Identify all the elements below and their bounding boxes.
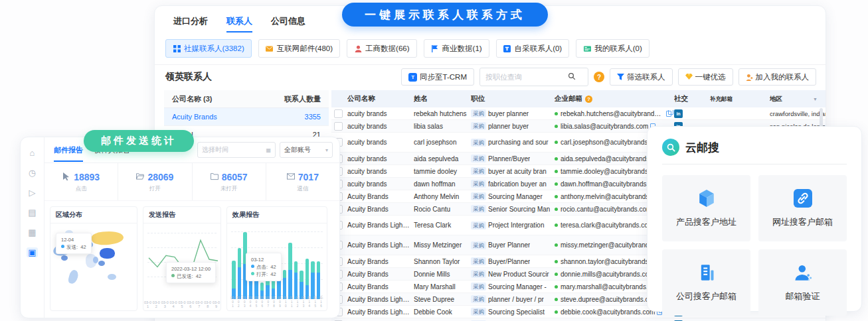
chip-social-media-contacts[interactable]: 社媒联系人(3382) <box>165 39 252 58</box>
tile-company-search-email[interactable]: 公司搜客户邮箱 <box>662 249 750 316</box>
name-cell: Donnie Mills <box>414 271 471 278</box>
position-tag: 采购 <box>471 155 486 162</box>
bar-open-segment <box>311 261 315 273</box>
x-axis-labels: 03-0 103-0 203-0 303-0 403-0 503-0 603-0… <box>143 300 220 308</box>
name-cell: Teresa Clark <box>414 222 471 229</box>
calendar-icon: ▦ <box>266 147 271 153</box>
x-tick: 03-0 6 <box>186 300 195 308</box>
chip-my-contacts[interactable]: 我的联系人(0) <box>576 39 650 58</box>
clock-icon[interactable]: ◷ <box>29 168 36 178</box>
column-filter-icon[interactable]: ▼ <box>813 97 818 101</box>
stat-label: 打开 <box>149 185 161 193</box>
tab-mail-report[interactable]: 邮件报告 <box>54 139 83 162</box>
stat-value: 86057 <box>222 172 248 182</box>
bar-click-segment <box>238 267 242 299</box>
date-range-input[interactable]: 选择时间 ▦ <box>197 142 276 158</box>
calendar-icon[interactable]: ▣ <box>27 247 37 257</box>
tab-import-analysis[interactable]: 进口分析 <box>173 15 208 32</box>
company-row[interactable]: Acuity Brands3355 <box>164 108 329 126</box>
tile-url-search-email[interactable]: 网址搜客户邮箱 <box>758 175 847 241</box>
col-header-label: 企业邮箱 <box>555 94 582 103</box>
chip-self-collected-contacts[interactable]: 自采联系人(0) <box>496 39 570 58</box>
tile-label: 公司搜客户邮箱 <box>676 290 737 302</box>
section-title: 领英联系人 <box>165 71 212 83</box>
position-tag: 采购 <box>471 180 486 188</box>
linkedin-icon[interactable]: in <box>674 109 683 118</box>
email-text: donnie.mills@acuitybrands.com <box>561 271 654 278</box>
copy-icon[interactable] <box>666 111 671 117</box>
row-checkbox[interactable] <box>334 122 343 131</box>
name-cell: Debbie Cook <box>414 308 471 316</box>
col-header: 补充邮箱 <box>710 96 770 103</box>
tab-contacts[interactable]: 联系人 <box>226 15 252 32</box>
search-input[interactable] <box>484 72 568 82</box>
name-cell: Steve Dupree <box>414 296 471 303</box>
x-tick: 03-1 1 <box>289 296 295 308</box>
region-distribution-chart: 区域分布 12-04发送: 42 <box>50 206 137 311</box>
gallery-icon[interactable]: ▦ <box>28 227 36 237</box>
x-tick: 03-0 8 <box>271 296 277 308</box>
send-icon[interactable]: ▷ <box>29 188 36 198</box>
col-header-label: 补充邮箱 <box>710 96 733 102</box>
x-tick: 03-0 3 <box>242 296 248 308</box>
person-add-icon <box>746 74 753 81</box>
briefcase-icon[interactable]: ▤ <box>28 208 36 218</box>
title-cell: 采购New Product Sourcir <box>471 270 555 278</box>
home-icon[interactable]: ⌂ <box>30 148 35 158</box>
account-select[interactable]: 全部账号 ▾ <box>280 142 333 158</box>
title-cell: 采购Sourcing Manager <box>471 192 555 200</box>
position-tag: 采购 <box>471 270 486 278</box>
position-tag: 采购 <box>471 167 486 175</box>
cursor-click-icon <box>62 171 70 183</box>
search-icon[interactable] <box>568 71 576 83</box>
company-cell: acuity brands <box>347 123 414 130</box>
stat-label: 退信 <box>297 185 308 193</box>
effect-report-chart: 效果报告 03-0 103-0 203-0 303-0 403-0 503-0 … <box>226 206 327 311</box>
add-to-my-contacts-button[interactable]: 加入我的联系人 <box>738 68 817 86</box>
tab-company-info[interactable]: 公司信息 <box>271 15 305 32</box>
company-cell: Acuity Brands <box>347 271 414 278</box>
filter-contacts-button[interactable]: 筛选联系人 <box>610 68 673 86</box>
bar-click-segment <box>294 273 298 299</box>
company-cell: Acuity Brands Lighting <box>347 241 414 249</box>
send-report-chart: 发送报告 03-0 103-0 203-0 303-0 403-0 503-0 … <box>143 206 221 311</box>
position-tag: 采购 <box>471 283 486 290</box>
bar-open-segment <box>260 283 264 291</box>
toolbar: T 同步至T-CRM ? 筛选联系人 一键优选 加 <box>401 68 816 86</box>
name-cell: tammie dooley <box>414 168 471 175</box>
title-text: Sourcing Specialist <box>488 308 545 316</box>
chip-business-registry-data[interactable]: 工商数据(66) <box>347 39 416 58</box>
row-checkbox[interactable] <box>334 109 343 118</box>
stat-bounced: 7017退信 <box>266 163 339 200</box>
title-text: fabrication buyer an <box>488 180 547 188</box>
tile-email-verification[interactable]: 邮箱验证 <box>758 249 847 316</box>
checkbox-cell <box>331 109 347 118</box>
title-cell: 采购Sourcing Specialist <box>471 308 555 316</box>
bar-open-segment <box>305 259 309 285</box>
valid-email-dot-icon <box>555 298 558 301</box>
sync-tcrm-button[interactable]: T 同步至T-CRM <box>401 68 474 86</box>
chip-internet-emails[interactable]: 互联网邮件(480) <box>258 39 340 58</box>
title-text: New Product Sourcir <box>488 271 549 278</box>
chip-label: 互联网邮件(480) <box>277 44 333 54</box>
x-tick: 03-1 5 <box>312 296 318 308</box>
position-tag: 采购 <box>471 205 486 213</box>
chip-commercial-data[interactable]: 商业数据(1) <box>424 39 489 58</box>
help-badge-icon[interactable]: ? <box>594 72 604 82</box>
email-text: debbie.cook@acuitybrands.com <box>561 308 655 316</box>
x-tick: 03-1 4 <box>306 296 312 308</box>
position-tag: 采购 <box>471 308 486 316</box>
x-tick: 03-0 9 <box>277 296 283 308</box>
tile-product-search-address[interactable]: 产品搜客户地址 <box>662 175 750 241</box>
one-click-optimize-button[interactable]: 一键优选 <box>678 68 733 86</box>
email-help-badge-icon[interactable]: ? <box>585 96 592 103</box>
bar-open-segment <box>317 261 321 273</box>
col-header-label: 姓名 <box>414 94 428 102</box>
email-text: teresa.clark@acuitybrands.com <box>561 222 653 229</box>
bar-click-segment <box>311 273 315 299</box>
table-row[interactable]: acuity brandsrebekah hutchens采购buyer pla… <box>331 107 825 120</box>
col-header: 社交 <box>674 94 710 103</box>
valid-email-dot-icon <box>555 224 558 227</box>
folder-icon <box>211 171 218 183</box>
x-tick: 03-0 2 <box>152 300 161 308</box>
